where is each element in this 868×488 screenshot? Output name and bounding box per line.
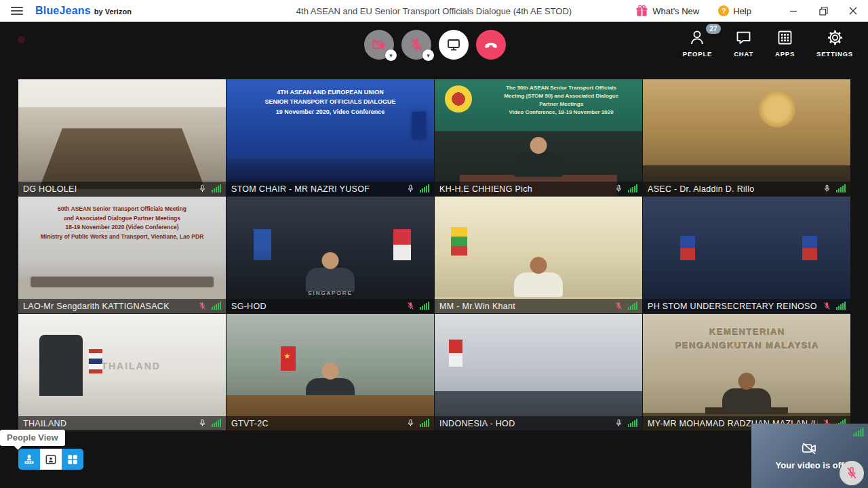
participant-video	[226, 314, 434, 430]
apps-label: APPS	[775, 50, 795, 58]
people-icon	[688, 28, 707, 47]
participant-signal-icon	[420, 418, 429, 430]
help-icon: ?	[718, 5, 729, 16]
participant-tile[interactable]: THAILAND THAILAND	[18, 314, 226, 430]
restore-button[interactable]	[808, 0, 838, 22]
self-mic-muted-icon	[845, 466, 859, 481]
participant-video	[435, 197, 642, 313]
participant-video	[435, 314, 642, 430]
video-off-icon	[801, 441, 818, 456]
self-view[interactable]: Your video is off	[751, 424, 868, 488]
participant-namebar: THAILAND	[18, 416, 226, 430]
participant-mic-status-icon	[406, 184, 415, 194]
participant-mic-status-icon	[406, 418, 415, 428]
gift-icon	[635, 5, 648, 18]
participant-signal-icon	[212, 418, 221, 430]
participant-mic-status-icon	[198, 418, 207, 428]
participant-name: DG HOLOLEI	[23, 184, 193, 194]
participant-name: STOM CHAIR - MR NAZRI YUSOF	[231, 184, 401, 194]
participant-mic-status-icon	[614, 418, 623, 428]
gallery-view-button[interactable]	[62, 449, 83, 470]
speaker-view-button[interactable]	[40, 449, 62, 470]
titlebar-right: What's New ? Help	[635, 0, 868, 22]
participant-video: 4TH ASEAN AND EUROPEAN UNION SENIOR TRAN…	[226, 79, 434, 196]
video-overlay-text: 50th ASEAN Senior Transport Officials Me…	[28, 205, 215, 241]
titlebar: BlueJeans by Verizon 4th ASEAN and EU Se…	[0, 0, 868, 22]
participant-tile[interactable]: MM - Mr.Win Khant	[435, 197, 642, 313]
video-overlay-text: THAILAND	[101, 361, 161, 371]
minimize-button[interactable]	[778, 0, 808, 22]
people-panel-button[interactable]: 27 PEOPLE	[683, 28, 712, 58]
participant-tile[interactable]: DG HOLOLEI	[18, 79, 226, 196]
participant-tile[interactable]: The 50th ASEAN Senior Transport Official…	[435, 79, 642, 196]
participant-namebar: PH STOM UNDERSECRETARY REINOSO	[643, 299, 850, 313]
participant-silhouette	[722, 388, 771, 413]
participant-name: SG-HOD	[231, 302, 401, 311]
chat-icon	[734, 28, 753, 47]
brand-suffix: by Verizon	[94, 7, 132, 16]
participant-mic-status-icon	[823, 184, 831, 194]
participant-tile[interactable]: INDONESIA - HOD	[435, 314, 642, 430]
participant-namebar: SG-HOD	[226, 299, 434, 313]
participant-signal-icon	[212, 300, 221, 312]
participant-signal-icon	[836, 183, 846, 195]
apps-panel-button[interactable]: APPS	[775, 28, 795, 58]
participant-tile[interactable]: ASEC - Dr. Aladdin D. Rillo	[643, 79, 850, 196]
camera-options-chevron[interactable]: ▾	[385, 49, 397, 61]
gallery-view-icon	[66, 453, 79, 466]
chat-panel-button[interactable]: CHAT	[734, 28, 753, 58]
participant-silhouette	[306, 268, 355, 292]
participant-tile[interactable]: 4TH ASEAN AND EUROPEAN UNION SENIOR TRAN…	[226, 79, 434, 196]
settings-label: SETTINGS	[816, 50, 853, 58]
participant-name: GTVT-2C	[231, 419, 401, 428]
people-count-badge: 27	[706, 24, 721, 34]
participant-tile[interactable]: SINGAPORE SG-HOD	[226, 197, 434, 313]
participant-tile[interactable]: KEMENTERIAN PENGANGKUTAN MALAYSIA MY-MR …	[643, 314, 850, 430]
mic-muted-icon	[408, 37, 425, 53]
participant-name: KH-H.E CHHIENG Pich	[439, 184, 610, 194]
participant-video	[643, 197, 850, 313]
hangup-phone-icon	[482, 36, 500, 54]
whats-new-label: What's New	[652, 6, 699, 16]
participant-namebar: KH-H.E CHHIENG Pich	[435, 182, 642, 196]
participant-signal-icon	[628, 183, 637, 195]
participant-tile[interactable]: PH STOM UNDERSECRETARY REINOSO	[643, 197, 850, 313]
share-screen-button[interactable]	[439, 30, 469, 60]
participant-video: KEMENTERIAN PENGANGKUTAN MALAYSIA	[643, 314, 850, 430]
participant-signal-icon	[420, 300, 429, 312]
participant-namebar: GTVT-2C	[226, 416, 434, 430]
people-label: PEOPLE	[683, 50, 712, 58]
settings-gear-icon	[826, 28, 844, 47]
mic-options-chevron[interactable]: ▾	[422, 49, 434, 61]
participant-video: SINGAPORE	[226, 197, 434, 313]
video-overlay-text: 4TH ASEAN AND EUROPEAN UNION SENIOR TRAN…	[241, 87, 419, 117]
participant-tile[interactable]: GTVT-2C	[226, 314, 434, 430]
participant-mic-status-icon	[614, 184, 623, 194]
whats-new-button[interactable]: What's New	[635, 5, 699, 18]
participant-name: MM - Mr.Win Khant	[439, 302, 610, 311]
brand-logo: BlueJeans by Verizon	[35, 5, 132, 17]
view-tooltip: People View	[0, 430, 65, 446]
call-controls: ▾ ▾	[364, 30, 506, 60]
chat-label: CHAT	[734, 50, 753, 58]
participant-signal-icon	[628, 300, 637, 312]
participant-video	[643, 79, 850, 196]
close-button[interactable]	[838, 0, 868, 22]
participant-mic-status-icon	[198, 301, 207, 311]
hamburger-menu-icon[interactable]	[11, 7, 23, 15]
hangup-button[interactable]	[476, 30, 506, 60]
self-unmute-button[interactable]	[840, 461, 864, 485]
self-video-status: Your video is off	[776, 460, 844, 470]
participant-namebar: LAO-Mr Sengdarith KATTIGNASACK	[18, 299, 226, 313]
participant-mic-status-icon	[198, 184, 207, 194]
settings-panel-button[interactable]: SETTINGS	[816, 28, 853, 58]
participant-signal-icon	[836, 300, 846, 312]
participant-tile[interactable]: 50th ASEAN Senior Transport Officials Me…	[18, 197, 226, 313]
participant-namebar: DG HOLOLEI	[18, 182, 226, 196]
participant-video: THAILAND	[18, 314, 226, 430]
help-button[interactable]: ? Help	[718, 5, 751, 16]
view-switcher	[18, 449, 83, 470]
people-view-button[interactable]	[18, 449, 40, 470]
participant-name: THAILAND	[23, 419, 193, 428]
participant-signal-icon	[420, 183, 429, 195]
